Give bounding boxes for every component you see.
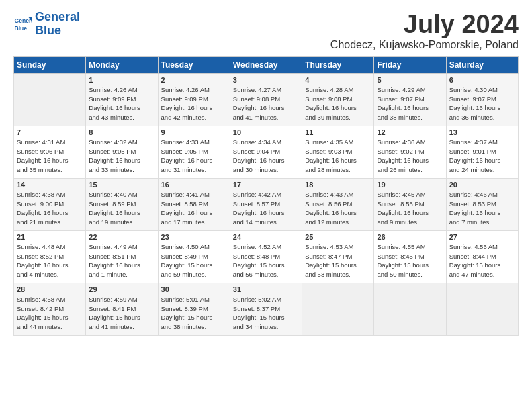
day-content: Sunrise: 4:58 AM Sunset: 8:42 PM Dayligh… — [17, 295, 83, 332]
day-cell: 28Sunrise: 4:58 AM Sunset: 8:42 PM Dayli… — [14, 283, 86, 335]
day-cell: 23Sunrise: 4:50 AM Sunset: 8:49 PM Dayli… — [158, 230, 230, 283]
day-content: Sunrise: 4:32 AM Sunset: 9:05 PM Dayligh… — [89, 138, 154, 175]
day-content: Sunrise: 4:45 AM Sunset: 8:55 PM Dayligh… — [377, 190, 443, 227]
day-cell: 15Sunrise: 4:40 AM Sunset: 8:59 PM Dayli… — [86, 178, 158, 230]
day-number: 19 — [377, 181, 443, 189]
day-cell: 14Sunrise: 4:38 AM Sunset: 9:00 PM Dayli… — [14, 178, 86, 230]
month-title: July 2024 — [330, 11, 519, 39]
day-cell: 9Sunrise: 4:33 AM Sunset: 9:05 PM Daylig… — [158, 126, 230, 178]
day-content: Sunrise: 4:28 AM Sunset: 9:08 PM Dayligh… — [305, 85, 371, 122]
day-number: 4 — [305, 76, 371, 84]
day-cell: 1Sunrise: 4:26 AM Sunset: 9:09 PM Daylig… — [86, 73, 158, 126]
svg-text:Blue: Blue — [15, 24, 28, 31]
day-content: Sunrise: 4:36 AM Sunset: 9:02 PM Dayligh… — [377, 138, 443, 175]
logo: General Blue General Blue — [13, 11, 80, 38]
day-number: 8 — [89, 128, 154, 136]
day-content: Sunrise: 4:34 AM Sunset: 9:04 PM Dayligh… — [233, 138, 299, 175]
day-cell — [14, 73, 86, 126]
day-number: 13 — [449, 128, 515, 136]
day-content: Sunrise: 4:41 AM Sunset: 8:58 PM Dayligh… — [161, 190, 227, 227]
day-cell: 29Sunrise: 4:59 AM Sunset: 8:41 PM Dayli… — [86, 283, 158, 335]
day-cell: 27Sunrise: 4:56 AM Sunset: 8:44 PM Dayli… — [446, 230, 518, 283]
day-cell: 18Sunrise: 4:43 AM Sunset: 8:56 PM Dayli… — [302, 178, 374, 230]
day-number: 12 — [377, 128, 443, 136]
day-number: 23 — [161, 233, 227, 241]
day-cell: 20Sunrise: 4:46 AM Sunset: 8:53 PM Dayli… — [446, 178, 518, 230]
day-number: 14 — [17, 181, 83, 189]
week-row-5: 28Sunrise: 4:58 AM Sunset: 8:42 PM Dayli… — [14, 283, 519, 335]
day-cell: 16Sunrise: 4:41 AM Sunset: 8:58 PM Dayli… — [158, 178, 230, 230]
day-number: 10 — [233, 128, 299, 136]
day-cell: 2Sunrise: 4:26 AM Sunset: 9:09 PM Daylig… — [158, 73, 230, 126]
day-number: 6 — [449, 76, 515, 84]
day-number: 7 — [17, 128, 83, 136]
calendar-page: General Blue General Blue July 2024 Chod… — [0, 0, 532, 411]
col-header-saturday: Saturday — [446, 56, 518, 73]
day-number: 29 — [89, 285, 154, 293]
day-content: Sunrise: 4:37 AM Sunset: 9:01 PM Dayligh… — [449, 138, 515, 175]
col-header-thursday: Thursday — [302, 56, 374, 73]
day-content: Sunrise: 4:59 AM Sunset: 8:41 PM Dayligh… — [89, 295, 154, 332]
day-content: Sunrise: 4:40 AM Sunset: 8:59 PM Dayligh… — [89, 190, 154, 227]
day-cell: 7Sunrise: 4:31 AM Sunset: 9:06 PM Daylig… — [14, 126, 86, 178]
day-number: 22 — [89, 233, 154, 241]
day-number: 25 — [305, 233, 371, 241]
day-number: 16 — [161, 181, 227, 189]
day-cell: 17Sunrise: 4:42 AM Sunset: 8:57 PM Dayli… — [230, 178, 302, 230]
day-number: 2 — [161, 76, 227, 84]
day-content: Sunrise: 4:48 AM Sunset: 8:52 PM Dayligh… — [17, 242, 83, 279]
header-row: SundayMondayTuesdayWednesdayThursdayFrid… — [14, 56, 519, 73]
day-content: Sunrise: 4:43 AM Sunset: 8:56 PM Dayligh… — [305, 190, 371, 227]
day-number: 26 — [377, 233, 443, 241]
day-content: Sunrise: 4:42 AM Sunset: 8:57 PM Dayligh… — [233, 190, 299, 227]
day-cell: 11Sunrise: 4:35 AM Sunset: 9:03 PM Dayli… — [302, 126, 374, 178]
day-cell: 6Sunrise: 4:30 AM Sunset: 9:07 PM Daylig… — [446, 73, 518, 126]
day-number: 21 — [17, 233, 83, 241]
day-cell: 19Sunrise: 4:45 AM Sunset: 8:55 PM Dayli… — [374, 178, 446, 230]
day-cell: 5Sunrise: 4:29 AM Sunset: 9:07 PM Daylig… — [374, 73, 446, 126]
header: General Blue General Blue July 2024 Chod… — [13, 11, 519, 51]
col-header-sunday: Sunday — [14, 56, 86, 73]
col-header-wednesday: Wednesday — [230, 56, 302, 73]
day-number: 5 — [377, 76, 443, 84]
day-number: 3 — [233, 76, 299, 84]
calendar-table: SundayMondayTuesdayWednesdayThursdayFrid… — [13, 56, 519, 336]
day-number: 20 — [449, 181, 515, 189]
day-cell: 26Sunrise: 4:55 AM Sunset: 8:45 PM Dayli… — [374, 230, 446, 283]
day-number: 24 — [233, 233, 299, 241]
logo-text: General Blue — [35, 11, 80, 38]
day-content: Sunrise: 4:31 AM Sunset: 9:06 PM Dayligh… — [17, 138, 83, 175]
logo-line2: Blue — [35, 24, 61, 37]
day-content: Sunrise: 4:53 AM Sunset: 8:47 PM Dayligh… — [305, 242, 371, 279]
day-content: Sunrise: 5:01 AM Sunset: 8:39 PM Dayligh… — [161, 295, 227, 332]
day-cell: 8Sunrise: 4:32 AM Sunset: 9:05 PM Daylig… — [86, 126, 158, 178]
week-row-2: 7Sunrise: 4:31 AM Sunset: 9:06 PM Daylig… — [14, 126, 519, 178]
col-header-monday: Monday — [86, 56, 158, 73]
day-cell: 22Sunrise: 4:49 AM Sunset: 8:51 PM Dayli… — [86, 230, 158, 283]
day-cell: 31Sunrise: 5:02 AM Sunset: 8:37 PM Dayli… — [230, 283, 302, 335]
day-content: Sunrise: 4:52 AM Sunset: 8:48 PM Dayligh… — [233, 242, 299, 279]
col-header-friday: Friday — [374, 56, 446, 73]
day-number: 28 — [17, 285, 83, 293]
day-number: 18 — [305, 181, 371, 189]
day-content: Sunrise: 4:33 AM Sunset: 9:05 PM Dayligh… — [161, 138, 227, 175]
day-content: Sunrise: 4:35 AM Sunset: 9:03 PM Dayligh… — [305, 138, 371, 175]
day-number: 11 — [305, 128, 371, 136]
day-cell — [446, 283, 518, 335]
title-block: July 2024 Chodecz, Kujawsko-Pomorskie, P… — [330, 11, 519, 51]
week-row-3: 14Sunrise: 4:38 AM Sunset: 9:00 PM Dayli… — [14, 178, 519, 230]
day-number: 15 — [89, 181, 154, 189]
logo-line1: General — [35, 10, 80, 24]
week-row-1: 1Sunrise: 4:26 AM Sunset: 9:09 PM Daylig… — [14, 73, 519, 126]
day-cell: 4Sunrise: 4:28 AM Sunset: 9:08 PM Daylig… — [302, 73, 374, 126]
day-number: 1 — [89, 76, 154, 84]
day-cell: 21Sunrise: 4:48 AM Sunset: 8:52 PM Dayli… — [14, 230, 86, 283]
day-content: Sunrise: 4:26 AM Sunset: 9:09 PM Dayligh… — [89, 85, 154, 122]
day-number: 9 — [161, 128, 227, 136]
day-content: Sunrise: 4:49 AM Sunset: 8:51 PM Dayligh… — [89, 242, 154, 279]
day-content: Sunrise: 4:27 AM Sunset: 9:08 PM Dayligh… — [233, 85, 299, 122]
logo-icon: General Blue — [13, 15, 32, 34]
day-cell: 13Sunrise: 4:37 AM Sunset: 9:01 PM Dayli… — [446, 126, 518, 178]
day-cell: 3Sunrise: 4:27 AM Sunset: 9:08 PM Daylig… — [230, 73, 302, 126]
day-content: Sunrise: 4:26 AM Sunset: 9:09 PM Dayligh… — [161, 85, 227, 122]
